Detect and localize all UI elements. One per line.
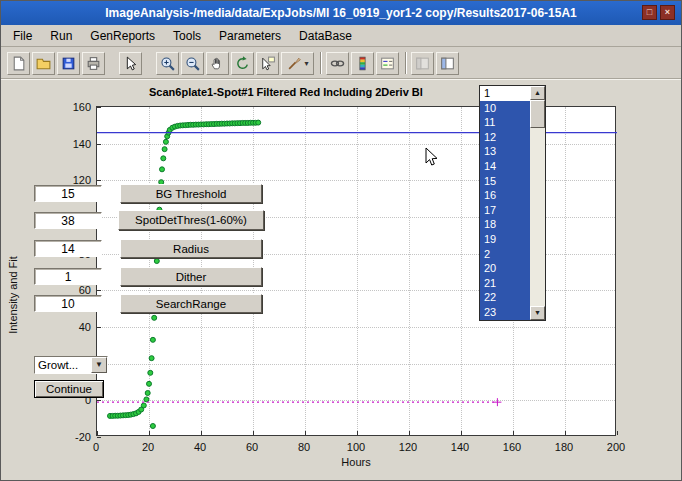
x-tick-label: 100 (341, 441, 371, 453)
plot-title: Scan6plate1-Spot#1 Filtered Red Includin… (149, 86, 423, 98)
y-tick-label: 160 (59, 101, 91, 113)
listbox-item-2[interactable]: 2 (480, 247, 530, 262)
search-range-input[interactable] (34, 295, 102, 312)
x-tick-label: 160 (497, 441, 527, 453)
dither-button[interactable]: Dither (120, 267, 262, 286)
bg-threshold-input[interactable] (34, 185, 102, 202)
listbox-item-16[interactable]: 16 (480, 188, 530, 203)
x-tick-label: 20 (133, 441, 163, 453)
x-tick-label: 40 (185, 441, 215, 453)
listbox-item-18[interactable]: 18 (480, 217, 530, 232)
dropdown-arrow-icon[interactable]: ▼ (91, 357, 107, 373)
listbox-item-10[interactable]: 10 (480, 101, 530, 116)
listbox-item-20[interactable]: 20 (480, 261, 530, 276)
scrollbar-thumb[interactable] (530, 100, 545, 128)
y-axis-label: Intensity and Fit (7, 195, 19, 395)
listbox-item-19[interactable]: 19 (480, 232, 530, 247)
listbox-item-11[interactable]: 11 (480, 115, 530, 130)
listbox-scrollbar[interactable]: ▲ ▼ (530, 86, 545, 320)
listbox-item-14[interactable]: 14 (480, 159, 530, 174)
continue-button[interactable]: Continue (34, 380, 104, 398)
dither-input[interactable] (34, 268, 102, 285)
search-range-button[interactable]: SearchRange (120, 294, 262, 313)
listbox-item-17[interactable]: 17 (480, 203, 530, 218)
x-tick-label: 140 (445, 441, 475, 453)
x-tick-label: 60 (237, 441, 267, 453)
spot-number-listbox[interactable]: 110111213141516171819220212223 ▲ ▼ (479, 85, 546, 321)
spot-det-thres-button[interactable]: SpotDetThres(1-60%) (118, 210, 264, 230)
x-tick-label: 200 (601, 441, 631, 453)
listbox-item-23[interactable]: 23 (480, 305, 530, 320)
bg-threshold-button[interactable]: BG Threshold (120, 184, 262, 203)
growth-dropdown-value: Growt... (35, 357, 91, 373)
mouse-cursor (425, 147, 439, 172)
app-window: ImageAnalysis-/media/data/ExpJobs/MI 16_… (0, 0, 682, 481)
listbox-item-13[interactable]: 13 (480, 144, 530, 159)
scroll-down-icon[interactable]: ▼ (530, 306, 545, 320)
listbox-item-1[interactable]: 1 (480, 86, 530, 101)
listbox-item-22[interactable]: 22 (480, 290, 530, 305)
y-tick-label: -20 (59, 431, 91, 443)
scroll-up-icon[interactable]: ▲ (530, 86, 545, 100)
growth-dropdown[interactable]: Growt... ▼ (34, 356, 108, 374)
x-axis-label: Hours (96, 456, 616, 468)
listbox-item-21[interactable]: 21 (480, 276, 530, 291)
listbox-item-12[interactable]: 12 (480, 130, 530, 145)
x-tick-label: 120 (393, 441, 423, 453)
listbox-items: 110111213141516171819220212223 (480, 86, 530, 320)
radius-button[interactable]: Radius (120, 239, 262, 258)
spot-det-thres-input[interactable] (34, 212, 102, 229)
x-tick-label: 80 (289, 441, 319, 453)
radius-input[interactable] (34, 240, 102, 257)
y-tick-label: 140 (59, 138, 91, 150)
listbox-item-15[interactable]: 15 (480, 174, 530, 189)
x-tick-label: 180 (549, 441, 579, 453)
y-tick-label: 40 (59, 321, 91, 333)
